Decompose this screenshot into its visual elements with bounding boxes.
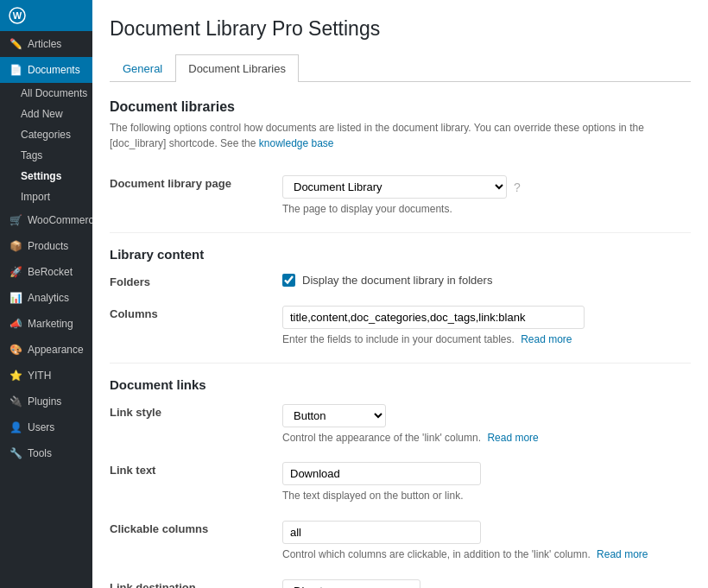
rocket-icon: 🚀: [9, 265, 22, 279]
wp-logo[interactable]: W: [0, 0, 92, 31]
link-destination-select[interactable]: Direct access Attachment page Custom URL: [282, 579, 420, 588]
link-text-desc: The text displayed on the button or link…: [282, 489, 691, 503]
link-text-label: Link text: [110, 453, 282, 512]
folders-checkbox[interactable]: [282, 274, 295, 287]
sidebar-item-tools[interactable]: 🔧 Tools: [0, 440, 92, 466]
megaphone-icon: 📣: [9, 317, 22, 331]
link-style-label: Link style: [110, 395, 282, 454]
link-style-select[interactable]: Button Link Icon: [282, 404, 386, 427]
clickable-columns-label: Clickable columns: [110, 512, 282, 571]
sidebar-item-plugins[interactable]: 🔌 Plugins: [0, 389, 92, 414]
tab-wrapper: General Document Libraries: [110, 54, 691, 82]
sidebar-sub-add-new[interactable]: Add New: [12, 104, 92, 124]
link-style-read-more[interactable]: Read more: [487, 432, 538, 444]
star-icon: ⭐: [9, 369, 22, 383]
svg-text:W: W: [13, 10, 22, 21]
doc-library-page-select[interactable]: Document Library Home Shop: [282, 175, 507, 199]
sidebar-item-users[interactable]: 👤 Users: [0, 414, 92, 440]
sidebar-sub-categories[interactable]: Categories: [12, 124, 92, 145]
folders-checkbox-label[interactable]: Display the document library in folders: [302, 274, 492, 287]
sidebar-item-analytics[interactable]: 📊 Analytics: [0, 285, 92, 311]
documents-submenu: All Documents Add New Categories Tags Se…: [0, 83, 92, 207]
sidebar-sub-import[interactable]: Import: [12, 187, 92, 207]
knowledge-base-link[interactable]: knowledge base: [259, 137, 334, 149]
wrench-icon: 🔧: [9, 446, 22, 460]
settings-table-doc-library-page: Document library page Document Library H…: [110, 167, 691, 225]
columns-label: Columns: [110, 297, 282, 356]
file-icon: 📄: [9, 63, 22, 77]
clickable-columns-input[interactable]: [282, 521, 481, 544]
person-icon: 👤: [9, 420, 22, 434]
sidebar-item-products[interactable]: 📦 Products: [0, 233, 92, 259]
section-doc-libraries-desc: The following options control how docume…: [110, 120, 691, 151]
sidebar-item-berocket[interactable]: 🚀 BeRocket: [0, 259, 92, 285]
chart-icon: 📊: [9, 291, 22, 305]
columns-read-more-link[interactable]: Read more: [521, 333, 572, 345]
sidebar-sub-settings[interactable]: Settings: [12, 166, 92, 187]
main-content: Document Library Pro Settings General Do…: [92, 0, 708, 588]
tab-document-libraries[interactable]: Document Libraries: [175, 54, 299, 82]
sidebar-sub-tags[interactable]: Tags: [12, 145, 92, 166]
settings-table-library-content: Folders Display the document library in …: [110, 265, 691, 356]
sidebar-item-yith[interactable]: ⭐ YITH: [0, 363, 92, 389]
clickable-columns-desc: Control which columns are clickable, in …: [282, 547, 691, 562]
doc-library-page-label: Document library page: [110, 167, 282, 225]
section-document-links-title: Document links: [110, 377, 691, 392]
columns-desc: Enter the fields to include in your docu…: [282, 332, 691, 347]
section-doc-libraries-title: Document libraries: [110, 99, 691, 115]
sidebar-item-documents[interactable]: 📄 Documents: [0, 57, 92, 83]
link-text-input[interactable]: [282, 462, 481, 485]
clickable-columns-read-more[interactable]: Read more: [597, 548, 648, 560]
columns-input[interactable]: [282, 306, 585, 329]
sidebar-item-appearance[interactable]: 🎨 Appearance: [0, 337, 92, 363]
sidebar-item-woocommerce[interactable]: 🛒 WooCommerce: [0, 207, 92, 233]
pencil-icon: ✏️: [9, 37, 22, 51]
settings-table-document-links: Link style Button Link Icon Control the …: [110, 395, 691, 588]
section-library-content-title: Library content: [110, 247, 691, 262]
folders-checkbox-row: Display the document library in folders: [282, 274, 691, 287]
tab-general[interactable]: General: [110, 54, 175, 82]
product-icon: 📦: [9, 239, 22, 253]
page-title: Document Library Pro Settings: [110, 17, 691, 41]
plugin-icon: 🔌: [9, 395, 22, 408]
doc-library-page-desc: The page to display your documents.: [282, 202, 691, 217]
folders-label: Folders: [110, 265, 282, 297]
bag-icon: 🛒: [9, 213, 22, 227]
sidebar: W ✏️ Articles 📄 Documents All Documents …: [0, 0, 92, 588]
paint-icon: 🎨: [9, 343, 22, 357]
link-style-desc: Control the appearance of the 'link' col…: [282, 431, 691, 446]
link-destination-label: Link destination: [110, 571, 282, 588]
sidebar-item-articles[interactable]: ✏️ Articles: [0, 31, 92, 57]
sidebar-item-marketing[interactable]: 📣 Marketing: [0, 311, 92, 337]
help-icon: ?: [514, 180, 521, 194]
sidebar-sub-all-documents[interactable]: All Documents: [12, 83, 92, 104]
